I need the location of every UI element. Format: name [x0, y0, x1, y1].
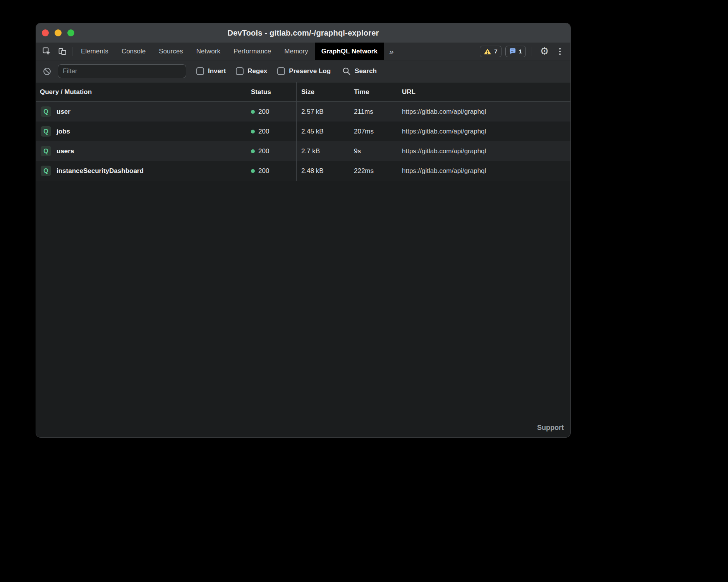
kebab-icon [559, 48, 561, 55]
tab-network[interactable]: Network [190, 43, 227, 60]
regex-label: Regex [247, 67, 267, 75]
requests-list: Q user 200 2.57 kB 211ms https://gitlab.… [36, 102, 570, 437]
inspect-element-button[interactable] [39, 43, 55, 60]
message-count: 1 [519, 48, 522, 55]
tabbar-divider [532, 47, 532, 56]
filter-toolbar: Invert Regex Preserve Log Search [36, 60, 570, 82]
url-value: https://gitlab.com/api/graphql [397, 122, 570, 141]
message-icon [509, 48, 516, 55]
url-value: https://gitlab.com/api/graphql [397, 102, 570, 122]
tab-memory[interactable]: Memory [278, 43, 314, 60]
device-toolbar-icon [58, 47, 67, 56]
query-type-badge: Q [41, 106, 51, 117]
invert-filter-toggle[interactable]: Invert [196, 67, 226, 75]
close-button[interactable] [42, 29, 49, 36]
toolbar-divider [72, 47, 72, 56]
status-dot-icon [251, 110, 255, 114]
customize-devtools-button[interactable] [555, 48, 565, 55]
warning-count: 7 [494, 48, 497, 55]
query-name: jobs [57, 128, 70, 135]
status-dot-icon [251, 149, 255, 153]
time-value: 207ms [349, 122, 397, 141]
more-tabs-button[interactable]: » [384, 43, 399, 60]
traffic-lights [42, 23, 74, 43]
status-value: 200 [258, 167, 269, 175]
query-name: user [57, 108, 70, 116]
warning-icon [484, 48, 491, 55]
block-icon [43, 67, 52, 76]
column-header-time[interactable]: Time [349, 82, 397, 101]
size-value: 2.57 kB [297, 102, 349, 122]
tab-graphql-network[interactable]: GraphQL Network [315, 43, 384, 60]
time-value: 222ms [349, 161, 397, 181]
tab-console[interactable]: Console [115, 43, 152, 60]
tab-elements[interactable]: Elements [74, 43, 115, 60]
support-link[interactable]: Support [537, 424, 564, 432]
status-dot-icon [251, 130, 255, 134]
size-value: 2.45 kB [297, 122, 349, 141]
query-name: instanceSecurityDashboard [57, 167, 144, 175]
search-button[interactable]: Search [342, 67, 377, 75]
clear-requests-button[interactable] [42, 67, 52, 76]
warnings-badge[interactable]: 7 [480, 46, 501, 57]
column-header-status[interactable]: Status [246, 82, 297, 101]
invert-checkbox[interactable] [196, 67, 204, 75]
url-value: https://gitlab.com/api/graphql [397, 161, 570, 181]
inspect-icon [43, 47, 51, 56]
status-value: 200 [258, 147, 269, 155]
tabbar-right-cluster: 7 1 ⚙ [480, 43, 570, 60]
column-header-query[interactable]: Query / Mutation [36, 82, 246, 101]
titlebar: DevTools - gitlab.com/-/graphql-explorer [36, 23, 570, 43]
devtools-window: DevTools - gitlab.com/-/graphql-explorer… [36, 23, 570, 437]
column-header-size[interactable]: Size [297, 82, 349, 101]
search-label: Search [355, 67, 377, 75]
table-row[interactable]: Q user 200 2.57 kB 211ms https://gitlab.… [36, 102, 570, 122]
table-header: Query / Mutation Status Size Time URL [36, 82, 570, 102]
devtools-tabbar: Elements Console Sources Network Perform… [36, 43, 570, 60]
messages-badge[interactable]: 1 [505, 46, 526, 57]
tab-sources[interactable]: Sources [152, 43, 189, 60]
window-title: DevTools - gitlab.com/-/graphql-explorer [227, 29, 379, 38]
preserve-log-checkbox[interactable] [277, 67, 285, 75]
url-value: https://gitlab.com/api/graphql [397, 141, 570, 161]
regex-filter-toggle[interactable]: Regex [236, 67, 267, 75]
time-value: 9s [349, 141, 397, 161]
table-row[interactable]: Q jobs 200 2.45 kB 207ms https://gitlab.… [36, 122, 570, 141]
zoom-button[interactable] [67, 29, 74, 36]
device-toolbar-button[interactable] [55, 43, 70, 60]
gear-icon: ⚙ [540, 45, 549, 57]
query-type-badge: Q [41, 126, 51, 137]
settings-button[interactable]: ⚙ [538, 45, 551, 57]
status-value: 200 [258, 128, 269, 135]
query-type-badge: Q [41, 166, 51, 176]
time-value: 211ms [349, 102, 397, 122]
query-name: users [57, 147, 74, 155]
size-value: 2.7 kB [297, 141, 349, 161]
preserve-log-label: Preserve Log [289, 67, 331, 75]
column-header-url[interactable]: URL [397, 82, 570, 101]
search-icon [342, 67, 351, 75]
status-dot-icon [251, 169, 255, 173]
invert-label: Invert [208, 67, 226, 75]
table-row[interactable]: Q users 200 2.7 kB 9s https://gitlab.com… [36, 141, 570, 161]
filter-input[interactable] [58, 64, 186, 78]
tab-performance[interactable]: Performance [227, 43, 278, 60]
status-value: 200 [258, 108, 269, 116]
regex-checkbox[interactable] [236, 67, 244, 75]
query-type-badge: Q [41, 146, 51, 156]
minimize-button[interactable] [55, 29, 62, 36]
preserve-log-toggle[interactable]: Preserve Log [277, 67, 331, 75]
size-value: 2.48 kB [297, 161, 349, 181]
table-row[interactable]: Q instanceSecurityDashboard 200 2.48 kB … [36, 161, 570, 181]
